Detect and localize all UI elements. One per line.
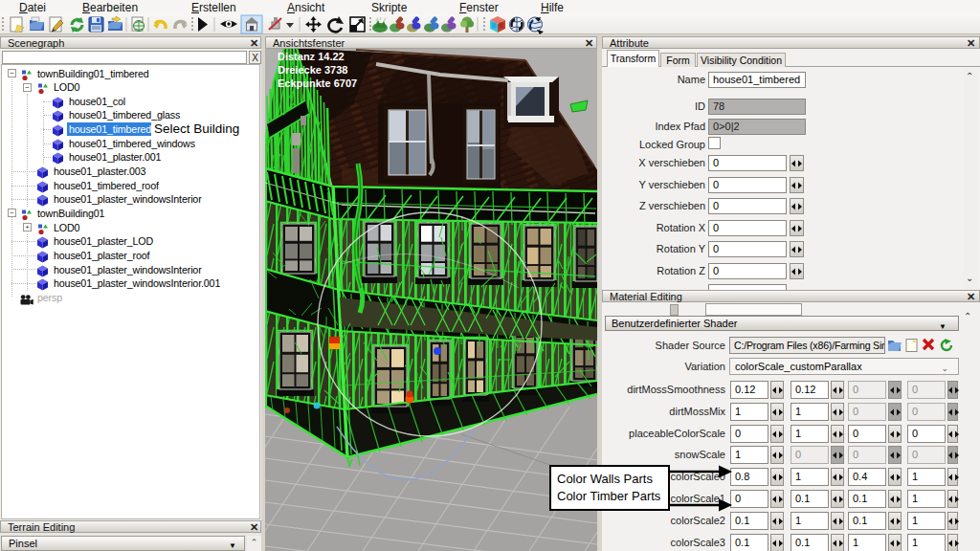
- svg-text:Distanz 14.22: Distanz 14.22: [278, 51, 345, 62]
- svg-text:Eckpunkte 6707: Eckpunkte 6707: [278, 77, 357, 89]
- svg-text:Dreiecke 3738: Dreiecke 3738: [278, 64, 347, 76]
